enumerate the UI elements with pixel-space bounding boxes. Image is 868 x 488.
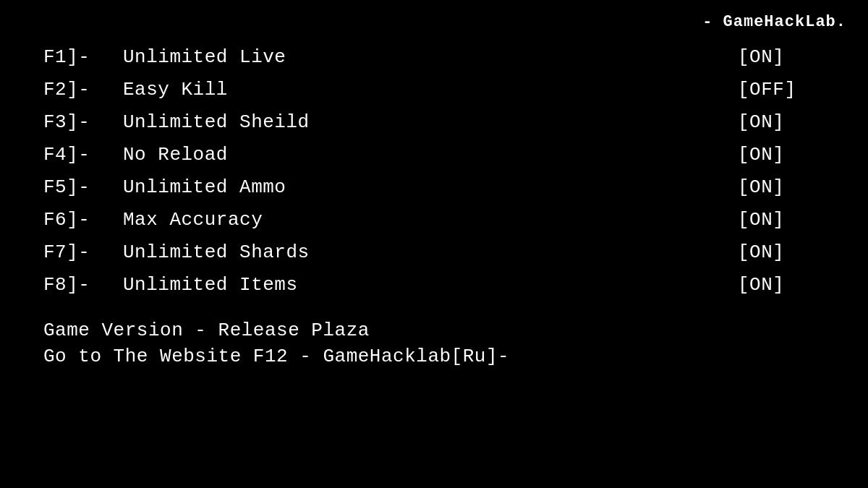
cheat-row: F8]-Unlimited Items[ON] — [43, 271, 825, 299]
cheat-row: F2]-Easy Kill[OFF] — [43, 76, 825, 104]
cheat-key-8: F8]- — [43, 271, 123, 299]
cheat-status-3: [ON] — [738, 108, 825, 137]
cheat-row: F3]-Unlimited Sheild[ON] — [43, 108, 825, 137]
cheat-status-8: [ON] — [738, 271, 825, 299]
cheat-status-1: [ON] — [738, 43, 825, 72]
cheat-key-4: F4]- — [43, 141, 123, 169]
cheat-key-1: F1]- — [43, 43, 123, 72]
cheat-key-7: F7]- — [43, 239, 123, 267]
cheat-name-6: Max Accuracy — [123, 206, 738, 234]
cheat-name-5: Unlimited Ammo — [123, 174, 738, 202]
cheat-row: F5]-Unlimited Ammo[ON] — [43, 174, 825, 202]
cheat-name-2: Easy Kill — [123, 76, 738, 104]
cheat-status-5: [ON] — [738, 174, 825, 202]
cheat-name-4: No Reload — [123, 141, 738, 169]
cheat-name-1: Unlimited Live — [123, 43, 738, 72]
cheat-list: F1]-Unlimited Live[ON]F2]-Easy Kill[OFF]… — [43, 43, 825, 299]
cheat-status-6: [ON] — [738, 206, 825, 234]
cheat-row: F1]-Unlimited Live[ON] — [43, 43, 825, 72]
cheat-key-3: F3]- — [43, 108, 123, 137]
cheat-key-5: F5]- — [43, 174, 123, 202]
watermark-text: - GameHackLab. — [702, 13, 846, 31]
cheat-name-3: Unlimited Sheild — [123, 108, 738, 137]
cheat-key-6: F6]- — [43, 206, 123, 234]
main-container: - GameHackLab. F1]-Unlimited Live[ON]F2]… — [0, 0, 868, 488]
cheat-status-7: [ON] — [738, 239, 825, 267]
cheat-row: F6]-Max Accuracy[ON] — [43, 206, 825, 234]
cheat-name-8: Unlimited Items — [123, 271, 738, 299]
cheat-name-7: Unlimited Shards — [123, 239, 738, 267]
footer: Game Version - Release Plaza Go to The W… — [43, 320, 825, 367]
cheat-key-2: F2]- — [43, 76, 123, 104]
cheat-status-4: [ON] — [738, 141, 825, 169]
cheat-row: F4]-No Reload[ON] — [43, 141, 825, 169]
footer-line-2: Go to The Website F12 - GameHacklab[Ru]- — [43, 346, 825, 367]
footer-line-1: Game Version - Release Plaza — [43, 320, 825, 341]
cheat-status-2: [OFF] — [738, 76, 825, 104]
cheat-row: F7]-Unlimited Shards[ON] — [43, 239, 825, 267]
